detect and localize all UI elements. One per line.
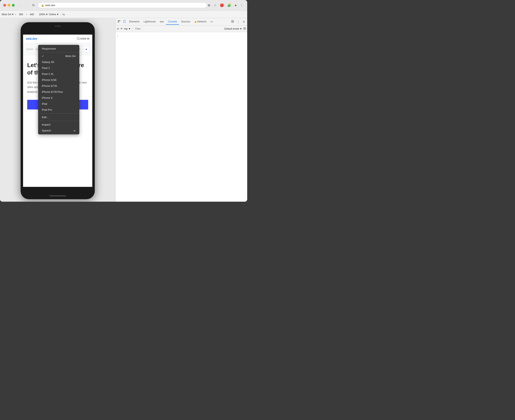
devtools-more-button[interactable]: ⋮	[236, 19, 241, 24]
extension1-button[interactable]: 🔴	[219, 3, 224, 8]
tab-elements[interactable]: Elements	[127, 19, 141, 25]
svg-rect-6	[118, 22, 119, 22]
maximize-traffic-light[interactable]	[12, 4, 15, 7]
console-gear-icon	[243, 27, 246, 30]
ctx-inspect[interactable]: Inspect	[38, 122, 79, 128]
toolbar-right: ⊕ ☆ 🔴 🧩 ● ⋮	[207, 3, 244, 8]
menu-button[interactable]: ⋮	[239, 3, 244, 8]
tab-sources[interactable]: Sources	[179, 19, 192, 25]
console-filter-separator: |	[132, 27, 133, 31]
tab-overflow[interactable]: >>	[209, 20, 214, 24]
ctx-iphone-5-se[interactable]: iPhone 5/SE	[38, 77, 79, 83]
webdev-logo: web.dev	[26, 37, 37, 40]
ctx-iphone-678[interactable]: iPhone 6/7/8	[38, 83, 79, 89]
address-bar[interactable]: 🔒 web.dev	[38, 2, 207, 8]
devtools-panel: Elements Lighthouse axe Console Sources …	[115, 18, 247, 202]
console-eye-icon: 👁	[120, 27, 123, 30]
tab-console[interactable]: Console	[166, 19, 179, 25]
search-nav-icon	[77, 37, 80, 40]
console-context-selector[interactable]: top ▼	[124, 27, 131, 30]
console-prompt-chevron[interactable]: ›	[117, 34, 118, 37]
ctx-responsive-item[interactable]: Responsive	[38, 46, 79, 52]
settings-gear-icon	[231, 20, 234, 23]
browser-viewport: web.dev SIGN IN	[0, 18, 115, 202]
ctx-ipad[interactable]: iPad	[38, 101, 79, 107]
default-levels-selector[interactable]: Default levels ▼	[224, 27, 242, 30]
ctx-pixel-2[interactable]: Pixel 2	[38, 65, 79, 71]
console-toolbar: ⊘ 👁 top ▼ | Default levels ▼	[115, 25, 247, 32]
back-button[interactable]: ←	[18, 3, 23, 8]
inspect-icon	[118, 20, 121, 23]
console-settings-button[interactable]	[243, 27, 246, 30]
device-select-button[interactable]: Moto G4 ▼	[2, 13, 14, 16]
svg-line-1	[79, 39, 79, 40]
ctx-edit[interactable]: Edit...	[38, 114, 79, 120]
svg-rect-7	[123, 20, 125, 23]
ctx-separator-1	[38, 52, 79, 52]
devtools-close-button[interactable]: ✕	[241, 19, 246, 24]
ctx-ipad-pro[interactable]: iPad Pro	[38, 107, 79, 113]
minimize-traffic-light[interactable]	[8, 4, 10, 7]
network-selector[interactable]: Online ▼	[49, 13, 59, 16]
triangle-icon	[85, 48, 88, 50]
dimension-x: ×	[26, 13, 27, 16]
devtools-panel-controls: ⋮ ✕	[230, 19, 246, 24]
svg-point-9	[232, 21, 233, 22]
dim-gap	[37, 13, 38, 16]
puzzle-button[interactable]: 🧩	[227, 3, 232, 8]
ctx-iphone-x[interactable]: iPhone X	[38, 95, 79, 101]
tab-lighthouse[interactable]: Lighthouse	[141, 19, 158, 25]
lock-icon: 🔒	[41, 4, 44, 7]
context-menu: Responsive Moto G4 Galaxy S5 Pixel 2 Pix…	[38, 45, 79, 134]
ctx-speech[interactable]: Speech	[38, 128, 79, 134]
device-emulation-button[interactable]	[122, 19, 127, 24]
ctx-separator-3	[38, 121, 79, 121]
inspect-element-button[interactable]	[116, 19, 122, 24]
devtools-tabs: Elements Lighthouse axe Console Sources …	[115, 18, 247, 25]
cast-button[interactable]: ⊕	[207, 3, 211, 8]
dimension-separator: ×	[15, 13, 16, 16]
svg-point-10	[244, 28, 245, 29]
ctx-pixel-2-xl[interactable]: Pixel 2 XL	[38, 71, 79, 77]
traffic-lights	[3, 4, 15, 7]
device-selector: Moto G4 ▼	[2, 13, 14, 16]
bookmark-button[interactable]: ☆	[213, 3, 217, 8]
device-icon	[123, 20, 126, 23]
phone-notch	[54, 25, 61, 27]
toolbar-separator	[61, 12, 61, 16]
account-button[interactable]: ●	[234, 3, 237, 8]
console-filter-input[interactable]	[134, 27, 223, 31]
devtools-settings-button[interactable]	[230, 19, 235, 24]
url-text: web.dev	[45, 4, 55, 7]
width-input[interactable]	[17, 13, 25, 16]
sign-in-button[interactable]: SIGN IN	[80, 38, 89, 40]
ctx-moto-g4[interactable]: Moto G4	[38, 53, 79, 59]
tab-network[interactable]: Network	[192, 19, 208, 25]
forward-button[interactable]: →	[24, 3, 30, 8]
svg-point-0	[77, 38, 79, 40]
ctx-galaxy-s5[interactable]: Galaxy S5	[38, 59, 79, 65]
title-bar: ← → ↻ 🔒 web.dev ⊕ ☆ 🔴 🧩 ● ⋮	[0, 0, 247, 11]
refresh-button[interactable]: ↻	[31, 3, 36, 8]
ctx-separator-2	[38, 113, 79, 114]
svg-rect-4	[118, 20, 119, 21]
main-content: web.dev SIGN IN	[0, 18, 247, 202]
console-block-icon: ⊘	[117, 27, 119, 30]
nav-buttons: ← → ↻	[18, 3, 36, 8]
rotate-icon[interactable]: ⇆	[62, 13, 65, 16]
tab-axe[interactable]: axe	[158, 19, 166, 25]
svg-rect-5	[119, 20, 120, 21]
responsive-toolbar: Moto G4 ▼ × × 100% ▼ Online ▼ ⇆	[0, 11, 247, 18]
console-content: ›	[115, 32, 247, 202]
browser-window: ← → ↻ 🔒 web.dev ⊕ ☆ 🔴 🧩 ● ⋮ Moto G4 ▼ × …	[0, 0, 247, 202]
phone-home-indicator	[49, 195, 66, 196]
ctx-iphone-678-plus[interactable]: iPhone 6/7/8 Plus	[38, 89, 79, 95]
height-input[interactable]	[28, 13, 36, 16]
close-traffic-light[interactable]	[3, 4, 6, 7]
zoom-selector[interactable]: 100% ▼	[39, 13, 48, 16]
webdev-nav: web.dev SIGN IN	[23, 35, 92, 43]
